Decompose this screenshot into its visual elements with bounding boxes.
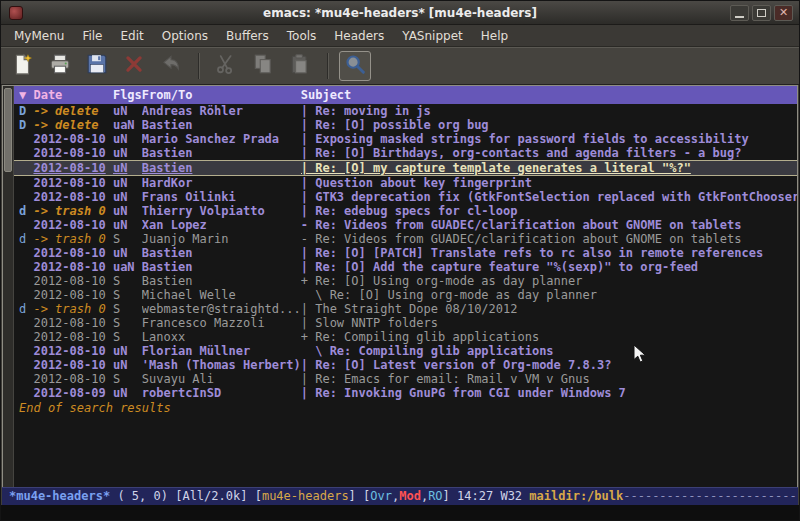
column-subject[interactable]: Subject xyxy=(301,88,352,102)
print-icon xyxy=(49,53,71,79)
save-button[interactable] xyxy=(81,51,113,81)
minimize-button[interactable] xyxy=(730,5,749,21)
menu-headers[interactable]: Headers xyxy=(325,27,393,45)
message-row[interactable]: 2012-08-10uNBastien| Re: [O] Birthdays, … xyxy=(14,146,797,160)
menu-file[interactable]: File xyxy=(73,27,111,45)
message-row[interactable]: 2012-08-10uNBastien| Re: [O] [PATCH] Tra… xyxy=(14,246,797,260)
close-button[interactable]: ✕ xyxy=(774,5,793,21)
message-row[interactable]: 2012-08-10SMichael Welle \ Re: [O] Using… xyxy=(14,288,797,302)
message-row[interactable]: d-> trash 0SJuanjo Marin- Re: Videos fro… xyxy=(14,232,797,246)
message-row[interactable]: 2012-08-10SFrancesco Mazzoli| Slow NNTP … xyxy=(14,316,797,330)
minibuffer[interactable] xyxy=(1,505,799,520)
flags-cell: S xyxy=(113,302,142,316)
close-button[interactable] xyxy=(118,51,150,81)
date-cell: 2012-08-10 xyxy=(33,274,112,288)
copy-icon xyxy=(252,53,274,79)
modeline-segment: Mod xyxy=(399,489,421,503)
message-row[interactable]: 2012-08-10uNBastien| Re: [O] my capture … xyxy=(14,160,797,176)
column-from[interactable]: From/To xyxy=(142,88,301,102)
modeline-segment: 14:27 xyxy=(457,489,500,503)
scrollbar-thumb[interactable] xyxy=(4,88,12,172)
modeline-segment: maildir:/bulk xyxy=(529,489,623,503)
date-cell: 2012-08-10 xyxy=(33,218,112,232)
message-row[interactable]: D-> deleteuNAndreas Röhler| Re: moving i… xyxy=(14,104,797,118)
modeline-segment: W32 xyxy=(500,489,529,503)
subject-cell: | The Straight Dope 08/10/2012 xyxy=(301,302,797,316)
menu-mymenu[interactable]: MyMenu xyxy=(5,27,73,45)
flags-cell: S xyxy=(113,288,142,302)
subject-cell: | Re: Invoking GnuPG from CGI under Wind… xyxy=(301,386,797,400)
toolbar-separator xyxy=(198,53,200,79)
cut-button[interactable] xyxy=(210,51,242,81)
scrollbar-track[interactable] xyxy=(3,86,14,487)
from-cell: HardKor xyxy=(142,176,301,190)
buffer-area: ▼ Date Flgs From/To Subject D-> deleteuN… xyxy=(2,85,798,487)
subject-cell: | Re: [O] [PATCH] Translate refs to rc a… xyxy=(301,246,797,260)
mark-prefix: d xyxy=(19,232,33,246)
message-row[interactable]: 2012-08-10uNXan Lopez- Re: Videos from G… xyxy=(14,218,797,232)
column-flags[interactable]: Flgs xyxy=(113,88,142,102)
undo-button[interactable] xyxy=(155,51,187,81)
paste-button[interactable] xyxy=(284,51,316,81)
subject-cell: - Re: Videos from GUADEC/clarification a… xyxy=(301,218,797,232)
from-cell: Francesco Mazzoli xyxy=(142,316,301,330)
print-button[interactable] xyxy=(44,51,76,81)
flags-cell: uN xyxy=(113,344,142,358)
flags-cell: uaN xyxy=(113,260,142,274)
menu-tools[interactable]: Tools xyxy=(278,27,326,45)
message-row[interactable]: 2012-08-09uNrobertcInSD| Re: Invoking Gn… xyxy=(14,386,797,400)
message-row[interactable]: d-> trash 0Swebmaster@straightd...| The … xyxy=(14,302,797,316)
copy-button[interactable] xyxy=(247,51,279,81)
menu-yasnippet[interactable]: YASnippet xyxy=(393,27,472,45)
flags-cell: uaN xyxy=(113,118,142,132)
menu-help[interactable]: Help xyxy=(472,27,517,45)
date-cell: 2012-08-10 xyxy=(33,372,112,386)
date-cell: 2012-08-10 xyxy=(33,190,112,204)
message-row[interactable]: 2012-08-10uNHardKor| Question about key … xyxy=(14,176,797,190)
message-row[interactable]: 2012-08-10SLanoxx+ Re: Compiling glib ap… xyxy=(14,330,797,344)
menu-buffers[interactable]: Buffers xyxy=(217,27,278,45)
toolbar-separator xyxy=(327,53,329,79)
date-cell: 2012-08-10 xyxy=(33,132,112,146)
flags-cell: S xyxy=(113,316,142,330)
date-cell: 2012-08-10 xyxy=(33,161,112,175)
headers-column-header: ▼ Date Flgs From/To Subject xyxy=(14,86,797,104)
close-icon: ✕ xyxy=(779,8,788,18)
message-row[interactable]: 2012-08-10uNFrans Oilinki| GTK3 deprecat… xyxy=(14,190,797,204)
column-date[interactable]: ▼ Date xyxy=(19,88,113,102)
date-cell: -> delete xyxy=(33,104,112,118)
message-row[interactable]: 2012-08-10SSuvayu Ali| Re: Emacs for ema… xyxy=(14,372,797,386)
date-cell: 2012-08-10 xyxy=(33,246,112,260)
flags-cell: uN xyxy=(113,204,142,218)
message-row[interactable]: D-> deleteuaNBastien| Re: [O] possible o… xyxy=(14,118,797,132)
maximize-icon xyxy=(757,9,766,17)
from-cell: Lanoxx xyxy=(142,330,301,344)
date-cell: 2012-08-10 xyxy=(33,176,112,190)
menu-edit[interactable]: Edit xyxy=(112,27,153,45)
from-cell: robertcInSD xyxy=(142,386,301,400)
maximize-button[interactable] xyxy=(752,5,771,21)
search-button[interactable] xyxy=(339,51,371,81)
minimize-icon xyxy=(735,16,744,18)
date-cell: -> trash 0 xyxy=(33,232,112,246)
message-row[interactable]: 2012-08-10uNMario Sanchez Prada| Exposin… xyxy=(14,132,797,146)
message-row[interactable]: 2012-08-10uaNBastien| Re: [O] Add the ca… xyxy=(14,260,797,274)
date-cell: 2012-08-10 xyxy=(33,288,112,302)
mark-prefix: D xyxy=(19,104,33,118)
new-file-button[interactable] xyxy=(7,51,39,81)
from-cell: Bastien xyxy=(142,161,301,175)
subject-cell: + Re: Compiling glib applications xyxy=(301,330,797,344)
menu-options[interactable]: Options xyxy=(153,27,217,45)
from-cell: Bastien xyxy=(142,146,301,160)
message-row[interactable]: 2012-08-10uN'Mash (Thomas Herbert)| Re: … xyxy=(14,358,797,372)
message-row[interactable]: 2012-08-10SBastien+ Re: [O] Using org-mo… xyxy=(14,274,797,288)
subject-cell: | Re: [O] Birthdays, org-contacts and ag… xyxy=(301,146,797,160)
date-cell: 2012-08-10 xyxy=(33,330,112,344)
message-row[interactable]: d-> trash 0uNThierry Volpiatto| Re: edeb… xyxy=(14,204,797,218)
message-row[interactable]: 2012-08-10uNFlorian Müllner \ Re: Compil… xyxy=(14,344,797,358)
flags-cell: S xyxy=(113,232,142,246)
mark-prefix: D xyxy=(19,118,33,132)
from-cell: Frans Oilinki xyxy=(142,190,301,204)
date-cell: -> delete xyxy=(33,118,112,132)
flags-cell: S xyxy=(113,274,142,288)
